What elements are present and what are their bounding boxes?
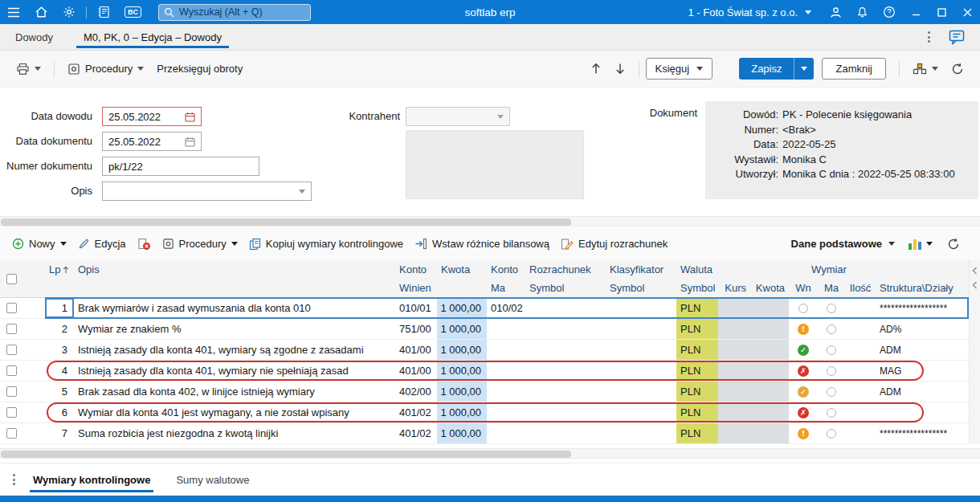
refresh-button[interactable]: [945, 58, 970, 80]
cell-opis: Brak wymiarów i zasad wymuszania dla kon…: [74, 298, 395, 318]
edycja-button[interactable]: Edycja: [72, 234, 132, 254]
grid-vertical-scrollbar[interactable]: [969, 260, 980, 444]
col-header-opis[interactable]: Opis: [74, 260, 395, 279]
col-header-rozrachunek[interactable]: Rozrachunek: [525, 260, 606, 279]
col-group-waluta[interactable]: Waluta: [676, 260, 789, 279]
ksieguj-button[interactable]: Księguj: [646, 58, 713, 80]
row-checkbox[interactable]: [6, 345, 17, 355]
journal-icon[interactable]: [90, 0, 117, 24]
col-header-konto-ma[interactable]: Konto: [487, 260, 525, 279]
table-row[interactable]: 7 Suma rozbicia jest niezgodna z kwotą l…: [0, 423, 969, 444]
table-row[interactable]: 4 Istnieją zasady dla konta 401, wymiary…: [0, 361, 969, 382]
col-header-ma[interactable]: Ma: [487, 279, 525, 297]
scrollbar-thumb[interactable]: [1, 451, 571, 458]
empty-circle-icon: [827, 429, 836, 439]
zapisz-dropdown[interactable]: [794, 58, 814, 80]
cell-konto-ma: [487, 402, 525, 422]
col-header-konto-winien[interactable]: Konto: [395, 260, 437, 279]
row-checkbox[interactable]: [6, 407, 17, 418]
data-dowodu-input[interactable]: 25.05.2022: [102, 107, 202, 126]
opis-select[interactable]: [102, 182, 312, 201]
tab-wymiary-kontrolingowe[interactable]: Wymiary kontrolingowe: [20, 463, 163, 496]
chevron-down-icon: [932, 67, 938, 71]
row-checkbox[interactable]: [6, 303, 17, 313]
prev-record-button[interactable]: [584, 58, 608, 80]
settings-gear-icon[interactable]: [55, 0, 83, 24]
col-header-ilosc[interactable]: Ilość: [845, 279, 876, 297]
zamknij-button[interactable]: Zamknij: [822, 58, 886, 80]
col-header-klasyfikator-symbol[interactable]: Symbol: [606, 279, 676, 297]
tab-sumy-walutowe[interactable]: Sumy walutowe: [163, 463, 262, 496]
row-checkbox[interactable]: [6, 428, 17, 439]
row-checkbox[interactable]: [6, 365, 17, 376]
minimize-button[interactable]: [903, 0, 929, 24]
col-header-winien[interactable]: Winien: [395, 279, 437, 297]
bottom-more-options-icon[interactable]: [8, 469, 20, 490]
chat-icon[interactable]: [941, 24, 972, 51]
insert-difference-icon: [414, 238, 427, 250]
menu-icon[interactable]: [0, 0, 27, 24]
zamknij-label: Zamknij: [835, 63, 872, 75]
col-header-rozrachunek-symbol[interactable]: Symbol: [525, 279, 606, 297]
col-header-waluta-symbol[interactable]: Symbol: [676, 279, 718, 297]
doc-utworzyl-label: Utworzył:: [705, 167, 782, 182]
app-title: softlab erp: [464, 6, 515, 18]
grid-header: Lp Opis Konto Winien Kwota Konto Ma Rozr…: [0, 260, 969, 298]
col-group-wymiar[interactable]: Wymiar: [789, 260, 969, 279]
search-placeholder: Wyszukaj (Alt + Q): [179, 6, 263, 18]
more-options-icon[interactable]: [923, 27, 935, 47]
col-header-struktura[interactable]: Struktura\Działy: [876, 279, 969, 297]
wstaw-roznice-button[interactable]: Wstaw różnice bilansową: [409, 234, 555, 254]
cell-kwota: 1 000,00: [437, 319, 487, 339]
user-icon[interactable]: [823, 0, 849, 24]
table-row[interactable]: 3 Istnieją zasady dla konta 401, wymiary…: [0, 340, 969, 361]
table-row[interactable]: 1 Brak wymiarów i zasad wymuszania dla k…: [0, 298, 969, 319]
grid-procedury-button[interactable]: Procedury: [157, 234, 243, 254]
help-icon[interactable]: [876, 0, 903, 24]
col-header-wymiar-ma[interactable]: Ma: [818, 279, 845, 297]
close-button[interactable]: [954, 0, 980, 24]
bc-module-icon[interactable]: BC: [117, 0, 149, 24]
data-dokumentu-input[interactable]: 25.05.2022: [102, 132, 202, 151]
grid-refresh-button[interactable]: [941, 234, 966, 255]
grid-horizontal-scrollbar[interactable]: [0, 448, 980, 459]
scrollbar-thumb[interactable]: [1, 218, 571, 226]
tab-dowody[interactable]: Dowody: [0, 24, 68, 50]
table-row[interactable]: 6 Wymiar dla konta 401 jest wymagany, a …: [0, 402, 969, 423]
view-selector[interactable]: Dane podstawowe: [786, 234, 900, 254]
numer-dokumentu-input[interactable]: pk/1/22: [102, 157, 259, 176]
company-selector[interactable]: 1 - Foto Świat sp. z o.o.: [681, 6, 823, 18]
print-button[interactable]: [10, 58, 47, 80]
kontrahent-select[interactable]: [406, 107, 510, 126]
col-header-klasyfikator[interactable]: Klasyfikator: [606, 260, 676, 279]
form-horizontal-scrollbar[interactable]: [0, 216, 980, 227]
home-icon[interactable]: [27, 0, 55, 24]
col-header-kwota[interactable]: Kwota: [437, 260, 487, 279]
tab-edycja-dowody[interactable]: M0, PK, 0 – Edycja – Dowody: [68, 24, 237, 50]
row-checkbox[interactable]: [6, 386, 17, 397]
col-header-wn[interactable]: Wn: [789, 279, 818, 297]
next-record-button[interactable]: [608, 58, 632, 80]
usun-button[interactable]: [132, 234, 157, 255]
col-header-lp[interactable]: Lp: [45, 260, 74, 279]
automation-button[interactable]: [906, 58, 945, 80]
bell-icon[interactable]: [849, 0, 876, 24]
cell-konto-winien: 401/00: [395, 340, 437, 360]
col-header-kurs[interactable]: Kurs: [718, 279, 750, 297]
zapisz-button[interactable]: Zapisz: [739, 58, 814, 80]
przeksieguj-obroty-button[interactable]: Przeksięguj obroty: [150, 58, 249, 80]
table-row[interactable]: 5 Brak zasad dla konta 402, w linijce is…: [0, 382, 969, 402]
chart-view-button[interactable]: [903, 235, 938, 254]
procedury-button[interactable]: Procedury: [61, 58, 150, 80]
table-row[interactable]: 2 Wymiar ze znakiem % 751/00 1 000,00 PL…: [0, 319, 969, 340]
nowy-button[interactable]: Nowy: [6, 234, 72, 254]
arrow-up-icon: [590, 63, 602, 75]
edytuj-rozrachunek-button[interactable]: Edytuj rozrachunek: [555, 234, 673, 255]
maximize-button[interactable]: [929, 0, 954, 24]
tab-dowody-label: Dowody: [15, 31, 53, 43]
col-header-waluta-kwota[interactable]: Kwota: [750, 279, 789, 297]
global-search-input[interactable]: Wyszukaj (Alt + Q): [158, 4, 311, 21]
row-checkbox[interactable]: [6, 324, 17, 334]
select-all-checkbox[interactable]: [6, 274, 17, 284]
kopiuj-wymiary-button[interactable]: Kopiuj wymiary kontrolingowe: [243, 234, 409, 255]
